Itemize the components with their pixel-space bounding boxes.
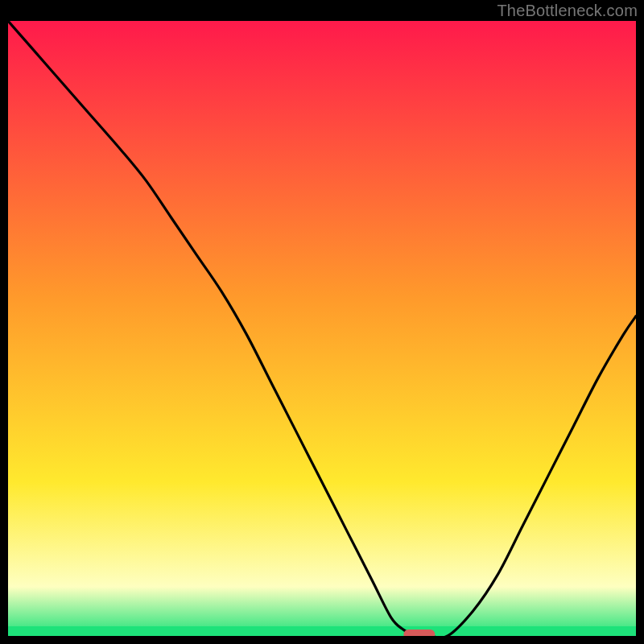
optimal-marker — [403, 630, 435, 636]
green-baseline — [8, 626, 636, 636]
chart-frame: TheBottleneck.com — [0, 0, 644, 644]
bottleneck-chart — [8, 21, 636, 636]
gradient-background — [8, 21, 636, 636]
watermark-text: TheBottleneck.com — [497, 2, 638, 20]
